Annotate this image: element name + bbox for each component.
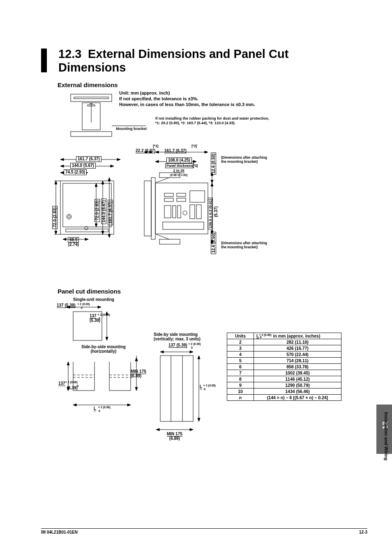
dim-v-126b: 12.6 (0.50) [211, 232, 216, 254]
svg-point-10 [68, 215, 70, 218]
svg-point-52 [183, 211, 187, 215]
svg-marker-100 [190, 351, 193, 353]
svg-line-41 [156, 178, 169, 183]
u7: 7 [227, 370, 254, 376]
svg-rect-42 [159, 239, 180, 244]
svg-rect-49 [164, 206, 171, 218]
svg-rect-37 [151, 178, 155, 239]
dim-v-1617: 161.7 (6.37) [108, 200, 113, 225]
dim-Lv: L + 2 (0.08) 0 [200, 384, 216, 389]
svg-marker-33 [111, 165, 114, 167]
svg-marker-14 [55, 181, 57, 184]
dim-695: 69.5 (2.74) [68, 238, 79, 247]
svg-rect-45 [164, 198, 173, 201]
svg-marker-64 [193, 160, 196, 163]
dim-222: 22.2 (0.87) [136, 148, 155, 153]
min-175-v: MIN 175(6.89) [167, 432, 182, 441]
dim-r1617: 161.7 (6.37) [164, 148, 187, 153]
u8: 8 [227, 376, 254, 382]
dim-1080: 108.0 (4.25) [166, 157, 192, 163]
external-dim-drawing [0, 0, 392, 255]
page-footer: IM 04L21B01-01EN 12-3 [41, 528, 367, 534]
u6: 6 [227, 364, 254, 370]
svg-marker-24 [108, 234, 111, 238]
svg-rect-47 [177, 198, 186, 201]
v5: 714 (28.11) [254, 358, 341, 364]
u3: 3 [227, 345, 254, 352]
svg-rect-50 [173, 206, 176, 218]
svg-marker-20 [101, 181, 104, 184]
star2: (*2) [191, 144, 197, 148]
svg-marker-26 [63, 238, 66, 240]
v7: 1002 (39.45) [254, 370, 341, 376]
svg-rect-46 [177, 193, 186, 197]
dim-1617-top: 161.7 (6.37) [76, 156, 101, 162]
panel-thickness-label: Panel thickness [165, 163, 194, 168]
bracket-note-top: (Dimensions after attachingthe mounting … [221, 155, 267, 164]
single-unit-drawing [0, 302, 164, 352]
svg-marker-81 [106, 337, 108, 340]
dim-1440-top: 144.0 (5.67) [70, 163, 96, 169]
svg-marker-17 [95, 183, 97, 187]
v9: 1290 (50.79) [254, 382, 341, 388]
v8: 1146 (45.12) [254, 376, 341, 382]
svg-marker-61 [205, 151, 208, 153]
svg-marker-106 [190, 428, 193, 431]
v3: 426 (16.77) [254, 345, 341, 352]
svg-marker-15 [55, 231, 57, 234]
dim-137v: 137 + 2 (0.08) (5.39) 0 [90, 314, 110, 323]
v6: 858 (33.78) [254, 364, 341, 370]
svg-marker-102 [198, 356, 200, 359]
single-unit-heading: Single-unit mounting [73, 297, 114, 302]
sbs-vertical-heading: Side-by side mounting(vertically; max. 3… [154, 332, 201, 341]
dim-v-126: 12.6 (0.50) [211, 153, 216, 175]
dim-137-top-v: 137 (5.39) + 2 (0.08) 0 [168, 343, 201, 347]
svg-rect-1 [74, 97, 108, 99]
dim-v-537: (5.37) [214, 206, 218, 217]
svg-rect-44 [164, 193, 173, 197]
svg-rect-48 [190, 191, 205, 202]
side-chapter-title: Installation and Wiring [384, 412, 389, 460]
svg-marker-30 [117, 158, 120, 161]
un: n [227, 395, 254, 401]
dim-745-top: 74.5 (2.93) [64, 169, 87, 175]
svg-marker-29 [60, 158, 64, 161]
svg-rect-95 [160, 356, 193, 421]
star1: (*1) [153, 144, 159, 148]
doc-id: IM 04L21B01-01EN [41, 530, 78, 534]
sbs-vertical-drawing [0, 349, 230, 444]
subhead-panel-cut: Panel cut dimensions [58, 288, 121, 295]
u2: 2 [227, 339, 254, 345]
page-number: 12-3 [359, 530, 367, 534]
bracket-note-bot: (Dimensions after attachingthe mounting … [221, 241, 267, 249]
dim-137h: 137 (5.39) + 2 (0.08) 0 [57, 303, 90, 308]
svg-marker-21 [101, 231, 104, 234]
svg-line-43 [156, 234, 169, 239]
dim-v-720: 72.0 (2.83) [95, 199, 99, 222]
svg-marker-105 [156, 428, 159, 431]
svg-rect-0 [71, 94, 112, 102]
svg-marker-32 [60, 165, 64, 167]
dim-v-1365: 136.5 ± 0.3 (0.01) [208, 198, 212, 229]
svg-marker-103 [198, 418, 200, 421]
svg-rect-55 [163, 222, 204, 229]
svg-marker-23 [108, 178, 111, 181]
u9: 9 [227, 382, 254, 388]
svg-rect-39 [144, 181, 151, 236]
svg-marker-18 [95, 224, 97, 227]
vn: (144 × n) – 6 [(5.67 × n) – 0.24] [254, 395, 341, 401]
dim-v-1440: 144.0 (5.67) [101, 199, 106, 224]
svg-rect-53 [190, 205, 195, 219]
svg-rect-3 [71, 132, 112, 136]
star3: (*3) [192, 164, 198, 168]
svg-point-9 [67, 214, 71, 219]
u5: 5 [227, 358, 254, 364]
svg-marker-99 [160, 351, 164, 353]
svg-marker-35 [60, 171, 64, 174]
units-table: Units L+ 2 (0.08)0in mm (approx. inches)… [227, 333, 341, 401]
svg-marker-60 [155, 151, 159, 153]
u4: 4 [227, 352, 254, 358]
svg-marker-27 [85, 238, 88, 240]
svg-marker-78 [98, 306, 101, 308]
svg-rect-54 [196, 205, 201, 219]
